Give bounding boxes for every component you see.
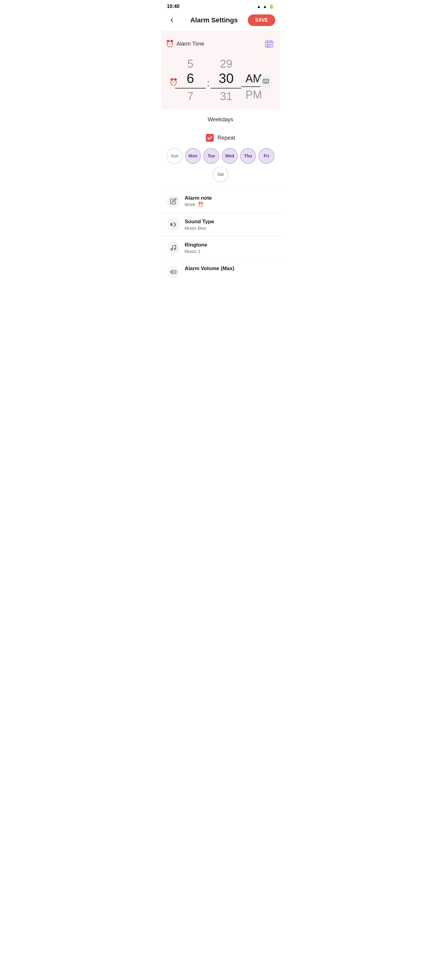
sound-type-item[interactable]: Sound Type Music Box [161, 213, 280, 236]
battery-icon: 🔋 [269, 4, 274, 9]
day-sat[interactable]: Sat [213, 166, 228, 182]
alarm-icon-left: ⏰ [169, 78, 178, 86]
svg-point-6 [271, 44, 272, 45]
svg-point-8 [269, 46, 270, 47]
minute-above: 29 [220, 57, 232, 70]
alarm-volume-title: Alarm Volume (Max) [185, 266, 274, 272]
settings-list: Alarm note Work ⏰ Sound Type Music Box [161, 189, 280, 288]
alarm-volume-content: Alarm Volume (Max) [185, 266, 274, 272]
day-tue[interactable]: Tue [203, 148, 219, 164]
repeat-label: Repeat [217, 135, 235, 141]
wifi-icon: ▲ [256, 4, 261, 9]
save-button[interactable]: SAVE [248, 14, 275, 26]
alarm-volume-item[interactable]: Alarm Volume (Max) [161, 259, 280, 281]
alarm-time-label: ⏰ Alarm Time [166, 40, 204, 48]
sound-type-icon [167, 218, 180, 231]
day-mon[interactable]: Mon [185, 148, 201, 164]
hour-below: 7 [188, 90, 194, 103]
ringtone-content: Ringtone Music 1 [185, 242, 274, 254]
alarm-time-header: ⏰ Alarm Time [166, 38, 275, 50]
svg-point-4 [267, 44, 268, 45]
back-button[interactable] [166, 14, 178, 26]
day-sun[interactable]: Sun [167, 148, 183, 164]
status-bar: 10:40 ▲ ▲ 🔋 [161, 0, 280, 12]
hour-above: 5 [188, 57, 194, 70]
svg-rect-19 [170, 224, 172, 225]
weekdays-section: Weekdays [161, 109, 280, 134]
days-row: Sun Mon Tue Wed Thu Fri Sat [161, 148, 280, 189]
alarm-time-text: Alarm Time [177, 41, 204, 47]
ringtone-title: Ringtone [185, 242, 274, 248]
time-picker: ⏰ 5 6 7 : 29 30 31 -- AM PM [166, 55, 275, 109]
day-fri[interactable]: Fri [258, 148, 274, 164]
period-below: PM [245, 88, 262, 101]
alarm-time-section: ⏰ Alarm Time ⏰ 5 6 7 [161, 32, 280, 109]
status-time: 10:40 [167, 4, 180, 9]
svg-point-21 [174, 248, 176, 250]
status-icons: ▲ ▲ 🔋 [256, 4, 274, 9]
alarm-note-value: Work ⏰ [185, 202, 274, 207]
calendar-button[interactable] [263, 38, 275, 50]
keyboard-button[interactable] [260, 75, 272, 89]
minute-selected: 30 [211, 70, 241, 89]
time-separator: : [206, 78, 211, 89]
minute-column[interactable]: 29 30 31 [211, 57, 241, 103]
alarm-clock-emoji: ⏰ [166, 40, 174, 48]
ringtone-item[interactable]: Ringtone Music 1 [161, 236, 280, 259]
alarm-note-content: Alarm note Work ⏰ [185, 195, 274, 207]
repeat-row: Repeat [161, 134, 280, 148]
svg-point-7 [267, 46, 268, 47]
alarm-volume-icon [167, 266, 180, 278]
svg-marker-22 [170, 270, 173, 274]
alarm-note-item[interactable]: Alarm note Work ⏰ [161, 189, 280, 213]
day-wed[interactable]: Wed [222, 148, 238, 164]
alarm-note-icon [167, 195, 180, 208]
app-header: Alarm Settings SAVE [161, 12, 280, 32]
weekdays-title: Weekdays [166, 116, 275, 123]
day-thu[interactable]: Thu [240, 148, 256, 164]
svg-point-5 [269, 44, 270, 45]
ringtone-value: Music 1 [185, 249, 274, 254]
minute-below: 31 [220, 90, 232, 103]
repeat-checkbox[interactable] [206, 134, 214, 142]
page-title: Alarm Settings [180, 16, 248, 24]
ringtone-icon [167, 241, 180, 254]
signal-icon: ▲ [263, 4, 267, 9]
alarm-note-title: Alarm note [185, 195, 274, 201]
svg-point-20 [171, 249, 173, 250]
sound-type-value: Music Box [185, 225, 274, 231]
sound-type-title: Sound Type [185, 219, 274, 225]
sound-type-content: Sound Type Music Box [185, 219, 274, 231]
hour-selected: 6 [175, 70, 206, 89]
hour-column[interactable]: 5 6 7 [175, 57, 206, 103]
